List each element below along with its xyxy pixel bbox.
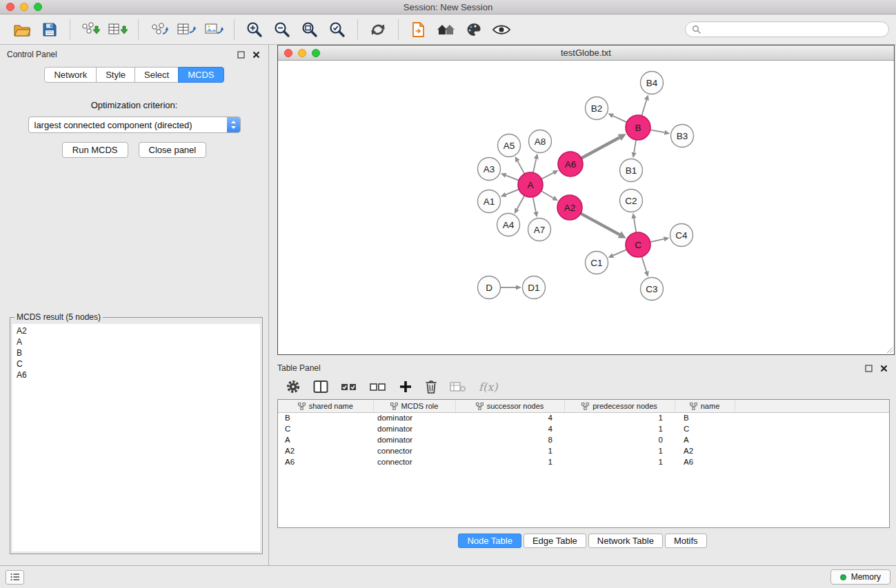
run-mcds-button[interactable]: Run MCDS [62,142,128,158]
function-builder-button[interactable]: f(x) [479,381,497,394]
float-panel-icon[interactable] [237,51,245,59]
search-box[interactable] [685,21,889,37]
new-table-button[interactable] [172,17,200,43]
graph-node-A7[interactable]: A7 [528,219,551,241]
graph-node-D[interactable]: D [478,276,501,299]
graph-node-D1[interactable]: D1 [523,276,546,299]
apply-layout-button[interactable] [364,17,392,43]
style-button[interactable] [460,17,488,43]
tab-network[interactable]: Network [44,67,97,83]
graph-edge-A-A6[interactable] [541,173,554,179]
mcds-result-item[interactable]: C [17,358,256,369]
create-column-button[interactable] [399,380,412,394]
graph-edge-A-A4[interactable] [517,196,525,209]
graph-node-A5[interactable]: A5 [498,134,521,157]
graph-edge-A2-C[interactable] [581,214,619,235]
graph-node-C3[interactable]: C3 [641,278,664,301]
table-row[interactable]: Cdominator41C [278,423,889,434]
graph-edge-B-B3[interactable] [650,130,665,132]
mcds-result-item[interactable]: A [17,336,256,347]
tab-mcds[interactable]: MCDS [178,67,223,83]
zoom-in-button[interactable] [241,17,268,43]
graph-edge-A-A7[interactable] [533,197,536,212]
graph-node-A6[interactable]: A6 [558,152,583,176]
graph-edge-A-A3[interactable] [506,175,519,180]
mcds-result-item[interactable]: A2 [17,325,256,336]
select-all-columns-button[interactable] [341,381,357,393]
graph-node-A3[interactable]: A3 [478,158,501,181]
graph-node-C2[interactable]: C2 [620,190,643,212]
tab-select[interactable]: Select [135,67,179,83]
table-row[interactable]: A6connector11A6 [278,456,889,467]
graph-node-A2[interactable]: A2 [557,195,582,220]
search-input[interactable] [705,25,882,34]
memory-button[interactable]: Memory [830,569,890,585]
fullscreen-window-button[interactable] [34,3,42,11]
deselect-all-columns-button[interactable] [370,381,386,393]
close-panel-button[interactable]: Close panel [139,142,207,158]
graph-edge-B-B2[interactable] [613,116,627,122]
close-panel-icon[interactable] [880,365,888,372]
delete-table-button[interactable] [450,381,466,393]
graph-node-C4[interactable]: C4 [670,224,693,247]
graph-node-A[interactable]: A [518,172,543,197]
tab-style[interactable]: Style [96,67,135,83]
table-row[interactable]: Adominator80A [278,434,889,445]
zoom-fit-button[interactable] [296,17,323,43]
graph-node-B[interactable]: B [626,115,650,140]
column-header-mcds-role[interactable]: MCDS role [373,400,455,412]
graph-node-A8[interactable]: A8 [529,130,552,153]
save-session-button[interactable] [36,17,63,43]
column-header-successor-nodes[interactable]: successor nodes [455,400,564,412]
graph-edge-A-A2[interactable] [541,191,554,198]
import-network-button[interactable] [77,17,104,43]
column-header-predecessor-nodes[interactable]: predecessor nodes [564,400,675,412]
graph-node-A1[interactable]: A1 [478,190,501,213]
column-header-name[interactable]: name [675,400,735,412]
zoom-selected-button[interactable] [323,17,351,43]
close-window-button[interactable] [6,3,14,11]
graph-edge-C-C3[interactable] [641,256,646,272]
graph-node-B2[interactable]: B2 [586,97,608,120]
import-table-button[interactable] [104,17,132,43]
show-columns-button[interactable] [313,380,328,394]
graph-edge-C-C4[interactable] [650,239,664,242]
tab-network-table[interactable]: Network Table [588,534,663,548]
graph-edge-A-A8[interactable] [533,159,536,172]
network-zoom-button[interactable] [312,49,320,57]
table-row[interactable]: Bdominator41B [278,412,889,423]
tab-node-table[interactable]: Node Table [458,534,521,548]
column-header-shared-name[interactable]: shared name [278,400,373,412]
mcds-result-list[interactable]: A2ABCA6 [12,324,260,551]
export-image-button[interactable] [200,17,228,43]
graph-edge-A-A1[interactable] [506,190,519,195]
minimize-window-button[interactable] [20,3,28,11]
network-document-button[interactable] [405,17,432,43]
show-details-button[interactable] [488,17,515,43]
graph-node-B4[interactable]: B4 [641,72,664,94]
tab-motifs[interactable]: Motifs [665,534,707,548]
mcds-result-item[interactable]: A6 [17,369,256,381]
network-minimize-button[interactable] [298,49,306,57]
open-session-button[interactable] [8,17,36,43]
table-row[interactable]: A2connector11A2 [278,445,889,456]
graph-node-C[interactable]: C [626,232,650,257]
graph-edge-C-C1[interactable] [613,250,627,256]
home-button[interactable] [432,17,460,43]
graph-node-C1[interactable]: C1 [586,252,608,274]
new-network-button[interactable] [145,17,172,43]
show-panels-button[interactable] [6,570,24,585]
graph-edge-B-B4[interactable] [641,100,646,116]
mcds-result-item[interactable]: B [17,347,256,358]
graph-edge-C-C2[interactable] [634,219,636,233]
network-close-button[interactable] [284,49,292,57]
resize-handle-icon[interactable] [886,347,893,354]
close-panel-icon[interactable] [252,51,260,59]
delete-column-button[interactable] [425,379,437,394]
graph-node-B3[interactable]: B3 [671,125,694,148]
graph-node-B1[interactable]: B1 [620,159,643,182]
zoom-out-button[interactable] [268,17,296,43]
graph-edge-B-B1[interactable] [634,140,636,153]
network-canvas[interactable]: B4B2BB3A5A8A6B1A3AC2A1A2A4A7C4CC1C3DD1 [278,61,894,354]
network-graph[interactable]: B4B2BB3A5A8A6B1A3AC2A1A2A4A7C4CC1C3DD1 [278,61,894,354]
